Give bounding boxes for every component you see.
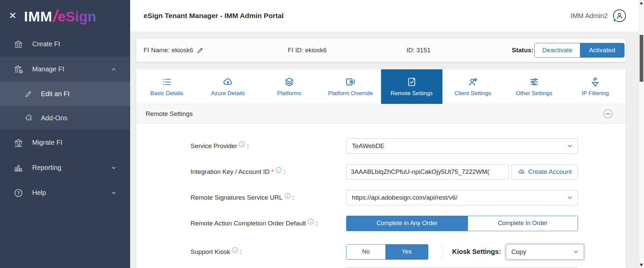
collapse-section-icon[interactable] [603, 109, 612, 118]
bank-arrow-icon [13, 138, 23, 148]
pencil-icon [24, 89, 33, 98]
kiosk-yes-option[interactable]: Yes [385, 245, 428, 259]
complete-any-order-option[interactable]: Complete in Any Order [346, 216, 468, 231]
logo-esign-text: eSign [58, 9, 96, 25]
ip-filter-icon: IP [590, 77, 600, 87]
tab-platform-override[interactable]: Platform Override [320, 69, 381, 104]
service-provider-select[interactable]: TeAWebDE [346, 138, 578, 154]
tab-label: Remote Settings [390, 90, 433, 97]
tab-bar: Basic Details Azure Details Platforms Pl… [136, 69, 626, 104]
question-icon: ? [13, 188, 23, 198]
id-label: ID: 3151 [407, 47, 431, 54]
create-account-button[interactable]: Create Account [512, 164, 578, 180]
completion-order-control: Complete in Any Order Complete In Order [346, 216, 578, 231]
bar-chart-icon [13, 163, 23, 173]
sidebar-item-edit-an-fi[interactable]: Edit an FI [0, 82, 130, 106]
tab-label: Other Settings [516, 90, 552, 97]
label-text: Integration Key / Account ID [191, 168, 270, 176]
chevron-up-icon [110, 66, 117, 73]
completion-order-row: Remote Action Completion Order Default i… [136, 210, 626, 236]
fi-name-group: FI Name: ekiosk6 [144, 47, 204, 54]
tab-remote-settings[interactable]: Remote Settings [381, 69, 442, 104]
logo-imm-text: IMM [24, 9, 52, 25]
chevron-down-icon [110, 189, 117, 197]
cloud-plus-icon [518, 168, 525, 176]
header-user-area: IMM Admin2 [571, 9, 626, 22]
fi-info-bar: FI Name: ekiosk6 FI ID: ekiosk6 ID: 3151… [136, 39, 626, 62]
sidebar-item-migrate-fi[interactable]: Migrate FI [0, 130, 130, 155]
scrollbar-thumb[interactable] [640, 35, 643, 82]
create-account-label: Create Account [528, 168, 572, 176]
scroll-down-arrow[interactable] [640, 264, 643, 267]
tab-ip-filtering[interactable]: IP IP Filtering [565, 69, 626, 104]
sidebar-logo-row: ✕ IMM / eSign [0, 0, 130, 31]
app-logo: IMM / eSign [24, 7, 96, 25]
selected-value: https://api.adobesign.com/api/rest/v6/ [352, 194, 458, 201]
label-colon: : [292, 194, 294, 201]
info-icon[interactable]: i [285, 193, 290, 199]
sidebar-item-reporting[interactable]: Reporting [0, 155, 130, 180]
kiosk-settings-select[interactable]: Copy [506, 244, 584, 260]
service-provider-control: TeAWebDE [346, 138, 578, 154]
tab-basic-details[interactable]: Basic Details [136, 69, 198, 104]
tab-label: Platform Override [328, 90, 373, 97]
tab-label: Client Settings [454, 90, 491, 97]
service-provider-row: Service Provider i : TeAWebDE [136, 133, 626, 159]
override-arrow-icon [345, 77, 356, 87]
tab-azure-details[interactable]: Azure Details [198, 69, 259, 104]
sidebar-item-label: Edit an FI [41, 90, 70, 98]
sidebar-item-manage-fi[interactable]: Manage FI [0, 57, 130, 82]
support-kiosk-row: Support Kiosk i : No Yes Kiosk Settings: [136, 239, 626, 265]
bank-gear-icon [13, 64, 23, 74]
selected-value: Copy [512, 248, 526, 256]
scrollbar[interactable] [639, 0, 644, 268]
info-icon[interactable]: i [232, 247, 238, 253]
sidebar-item-label: Manage FI [32, 65, 64, 73]
label-colon: : [247, 142, 249, 150]
status-toggle-group: Deactivate Activated [534, 43, 625, 58]
chevron-down-icon [573, 249, 579, 255]
edit-fi-name-icon[interactable] [197, 47, 204, 54]
puzzle-icon [24, 114, 33, 122]
deactivate-button[interactable]: Deactivate [535, 43, 580, 57]
completion-order-toggle: Complete in Any Order Complete In Order [346, 216, 578, 231]
online-status-dot [613, 18, 617, 22]
remote-url-row: Remote Signatures Service URL i : https:… [136, 185, 626, 210]
info-icon[interactable]: i [239, 141, 245, 147]
complete-in-order-option[interactable]: Complete In Order [468, 216, 578, 231]
selected-value: TeAWebDE [352, 142, 384, 150]
cloud-icon [223, 77, 233, 87]
remote-url-select[interactable]: https://api.adobesign.com/api/rest/v6/ [346, 190, 578, 205]
chevron-down-icon [110, 164, 117, 172]
kiosk-settings-label: Kiosk Settings: [452, 248, 501, 256]
sidebar: ✕ IMM / eSign Create FI Manage FI [0, 0, 130, 268]
sidebar-item-add-ons[interactable]: Add-Ons [0, 106, 130, 130]
tab-other-settings[interactable]: Other Settings [503, 69, 565, 104]
user-avatar[interactable] [613, 9, 626, 22]
info-icon[interactable]: i [276, 167, 281, 173]
kiosk-no-option[interactable]: No [346, 245, 385, 259]
integration-key-input[interactable] [346, 164, 509, 180]
close-sidebar-icon[interactable]: ✕ [9, 11, 16, 20]
label-text: Support Kiosk [191, 248, 230, 256]
sidebar-item-label: Reporting [32, 164, 61, 172]
scroll-up-arrow[interactable] [640, 2, 643, 4]
status-label: Status: [512, 47, 533, 54]
label-colon: : [316, 220, 317, 227]
content-area: FI Name: ekiosk6 FI ID: ekiosk6 ID: 3151… [130, 31, 644, 268]
layers-icon [284, 77, 294, 87]
activated-button[interactable]: Activated [580, 43, 624, 57]
logo-slash: / [53, 7, 57, 25]
integration-key-control: Create Account [346, 164, 578, 180]
tab-label: IP Filtering [582, 90, 609, 97]
sidebar-item-create-fi[interactable]: Create FI [0, 31, 130, 57]
tab-platforms[interactable]: Platforms [259, 69, 320, 104]
section-title: Remote Settings [146, 110, 193, 118]
sidebar-item-label: Create FI [32, 40, 60, 48]
page-title: eSign Tenant Manager - IMM Admin Portal [144, 12, 284, 20]
remote-url-control: https://api.adobesign.com/api/rest/v6/ [346, 190, 578, 205]
tab-client-settings[interactable]: Client Settings [442, 69, 504, 104]
sidebar-item-help[interactable]: ? Help [0, 180, 130, 205]
label-text: Remote Action Completion Order Default [191, 220, 306, 227]
info-icon[interactable]: i [308, 219, 314, 224]
